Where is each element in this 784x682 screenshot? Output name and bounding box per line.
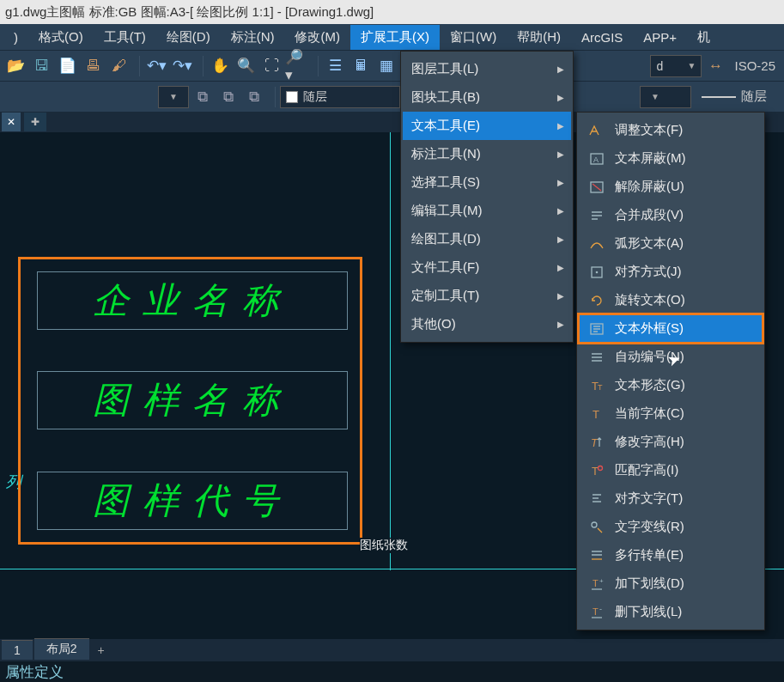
menu-window[interactable]: 窗口(W) bbox=[440, 25, 507, 50]
submenu-multi-to-single[interactable]: 多行转单(E) bbox=[579, 541, 763, 569]
zoom-realtime-icon[interactable]: 🔍 bbox=[234, 54, 258, 78]
submenu-adjust-text[interactable]: 调整文本(F) bbox=[579, 116, 763, 144]
menu-file-tools[interactable]: 文件工具(F)▶ bbox=[403, 253, 571, 282]
model-tab[interactable]: 1 bbox=[2, 640, 33, 660]
submenu-text-shape[interactable]: TT文本形态(G) bbox=[579, 371, 763, 399]
underline-remove-icon: T- bbox=[587, 603, 606, 622]
menu-select-tools[interactable]: 选择工具(S)▶ bbox=[403, 168, 571, 197]
paint-icon[interactable]: 🖌 bbox=[106, 54, 131, 78]
submenu-text-to-line[interactable]: 文字变线(R) bbox=[579, 513, 763, 541]
submenu-match-height[interactable]: T匹配字高(I) bbox=[579, 456, 763, 484]
open-icon[interactable]: 📂 bbox=[3, 54, 27, 78]
underline-add-icon: T+ bbox=[587, 575, 606, 594]
menu-custom-tools[interactable]: 定制工具(T)▶ bbox=[403, 282, 571, 310]
chevron-down-icon: ▼ bbox=[651, 92, 659, 101]
toolbar-row-2: ▼ ⧉ ⧉ ⧉ 随层 ▼ 随层 bbox=[0, 81, 784, 112]
undo-icon[interactable]: ↶▾ bbox=[144, 54, 168, 78]
layer-panel-icon-2[interactable]: ⧉ bbox=[216, 85, 240, 109]
submenu-change-height[interactable]: T修改字高(H) bbox=[579, 428, 763, 456]
menu-draw-tools[interactable]: 绘图工具(D)▶ bbox=[403, 225, 571, 253]
menu-modify[interactable]: 修改(M) bbox=[284, 25, 350, 50]
tab-close-button[interactable]: ✕ bbox=[2, 113, 21, 131]
menu-arcgis[interactable]: ArcGIS bbox=[571, 26, 633, 49]
layout-tab[interactable]: 布局2 bbox=[34, 638, 89, 660]
table-icon[interactable]: ▦ bbox=[374, 54, 398, 78]
svg-text:A: A bbox=[593, 155, 599, 164]
menu-dimension[interactable]: 标注(N) bbox=[221, 25, 285, 50]
submenu-underline-remove[interactable]: T-删下划线(L) bbox=[579, 598, 763, 626]
save-icon[interactable]: 🖫 bbox=[29, 54, 53, 78]
style-dropdown-blank[interactable]: d▼ bbox=[650, 55, 702, 77]
menu-other[interactable]: 其他(O)▶ bbox=[403, 310, 571, 338]
menu-block-tools[interactable]: 图块工具(B)▶ bbox=[403, 83, 571, 112]
submenu-arc-text[interactable]: 弧形文本(A) bbox=[579, 229, 763, 258]
title-block-row-drawing-name: 图样名称 bbox=[37, 371, 348, 429]
svg-text:T: T bbox=[598, 383, 603, 392]
bottom-tabs: 1 布局2 + bbox=[0, 639, 784, 660]
align-text-icon bbox=[587, 490, 606, 508]
submenu-arrow-icon: ▶ bbox=[557, 206, 564, 216]
menu-layer-tools[interactable]: 图层工具(L)▶ bbox=[403, 55, 571, 83]
submenu-arrow-icon: ▶ bbox=[557, 178, 564, 187]
menu-tools[interactable]: 工具(T) bbox=[94, 25, 156, 50]
justify-icon bbox=[587, 263, 606, 282]
submenu-merge-para[interactable]: 合并成段(V) bbox=[579, 201, 763, 229]
calc-icon[interactable]: 🖩 bbox=[349, 54, 373, 78]
menu-text-tools[interactable]: 文本工具(E)▶ bbox=[403, 112, 571, 140]
menu-app-plus[interactable]: APP+ bbox=[633, 26, 687, 49]
zoom-window-icon[interactable]: ⛶ bbox=[259, 54, 283, 78]
menu-format[interactable]: 格式(O) bbox=[28, 25, 94, 50]
extension-tools-menu: 图层工具(L)▶ 图块工具(B)▶ 文本工具(E)▶ 标注工具(N)▶ 选择工具… bbox=[400, 51, 574, 343]
match-height-icon: T bbox=[587, 461, 606, 480]
title-block-text: 图样代号 bbox=[93, 477, 292, 525]
submenu-underline-add[interactable]: T+加下划线(D) bbox=[579, 569, 763, 598]
separator bbox=[198, 56, 204, 76]
title-block-row-company: 企业名称 bbox=[37, 271, 348, 330]
lineweight-dropdown[interactable]: ▼ bbox=[640, 86, 691, 108]
title-bar: g1.dwg主图幅 标准:GB 图幅:A3-[ 绘图比例 1:1] - [Dra… bbox=[0, 0, 784, 24]
svg-text:-: - bbox=[599, 605, 602, 613]
plot-icon[interactable]: 🖶 bbox=[81, 54, 105, 78]
submenu-current-font[interactable]: T当前字体(C) bbox=[579, 399, 763, 428]
page-setup-icon[interactable]: 📄 bbox=[55, 54, 79, 78]
menu-help[interactable]: 帮助(H) bbox=[507, 25, 571, 50]
sheet-count-label: 图纸张数 bbox=[360, 538, 408, 553]
pan-icon[interactable]: ✋ bbox=[208, 54, 232, 78]
tab-add-button[interactable]: ✚ bbox=[24, 113, 46, 131]
command-text: 属性定义 bbox=[5, 662, 64, 682]
svg-point-11 bbox=[599, 466, 603, 470]
svg-text:T: T bbox=[593, 408, 599, 421]
command-line[interactable]: 属性定义 bbox=[0, 661, 784, 682]
redo-icon[interactable]: ↷▾ bbox=[170, 54, 194, 78]
line-sample-icon bbox=[702, 96, 736, 98]
submenu-arrow-icon: ▶ bbox=[557, 234, 564, 244]
menu-partial[interactable]: ) bbox=[3, 26, 28, 49]
title-block-text: 企业名称 bbox=[93, 277, 292, 325]
submenu-text-frame[interactable]: 文本外框(S) bbox=[579, 314, 763, 343]
submenu-justify[interactable]: 对齐方式(J) bbox=[579, 258, 763, 286]
menu-machine[interactable]: 机 bbox=[687, 25, 720, 50]
zoom-previous-icon[interactable]: 🔎▾ bbox=[285, 54, 309, 78]
submenu-text-mask[interactable]: A文本屏蔽(M) bbox=[579, 144, 763, 173]
submenu-auto-number[interactable]: 自动编号(N) bbox=[579, 343, 763, 371]
menu-dim-tools[interactable]: 标注工具(N)▶ bbox=[403, 140, 571, 168]
menu-extension-tools[interactable]: 扩展工具(X) bbox=[350, 25, 440, 50]
layer-panel-icon-3[interactable]: ⧉ bbox=[242, 85, 266, 109]
submenu-align-text[interactable]: 对齐文字(T) bbox=[579, 484, 763, 513]
color-bylayer-dropdown[interactable]: 随层 bbox=[280, 86, 400, 108]
separator bbox=[313, 56, 319, 76]
properties-icon[interactable]: ☰ bbox=[323, 54, 347, 78]
chevron-down-icon: ▼ bbox=[688, 61, 696, 70]
submenu-unmask[interactable]: 解除屏蔽(U) bbox=[579, 173, 763, 201]
layer-panel-icon-1[interactable]: ⧉ bbox=[191, 85, 215, 109]
dim-style-icon[interactable]: ↔ bbox=[703, 54, 727, 78]
change-height-icon: T bbox=[587, 433, 606, 452]
text-frame-icon bbox=[587, 320, 606, 338]
menu-edit-tools[interactable]: 编辑工具(M)▶ bbox=[403, 197, 571, 225]
submenu-rotate-text[interactable]: 旋转文本(O) bbox=[579, 286, 763, 314]
layer-dropdown[interactable]: ▼ bbox=[158, 86, 189, 108]
multi-to-single-icon bbox=[587, 546, 606, 565]
toolbar-row-1: 📂 🖫 📄 🖶 🖌 ↶▾ ↷▾ ✋ 🔍 ⛶ 🔎▾ ☰ 🖩 ▦ d▼ ↔ ISO-… bbox=[0, 50, 784, 81]
add-layout-button[interactable]: + bbox=[91, 641, 112, 660]
menu-draw[interactable]: 绘图(D) bbox=[156, 25, 221, 50]
